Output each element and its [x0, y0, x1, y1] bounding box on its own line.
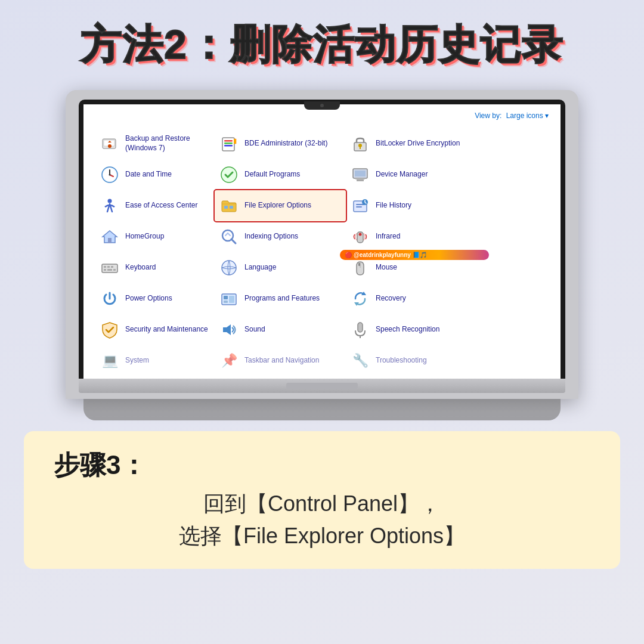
cp-item-homegroup[interactable]: HomeGroup	[95, 221, 215, 252]
step-detail: 回到【Control Panel】， 选择【File Explorer Opti…	[54, 488, 590, 552]
datetime-icon	[99, 164, 120, 185]
svg-rect-25	[108, 238, 112, 243]
cp-item-language[interactable]: Language	[215, 252, 346, 283]
cp-item-speech[interactable]: Speech Recognition	[346, 314, 477, 345]
svg-rect-33	[111, 266, 113, 268]
sound-icon	[218, 319, 240, 340]
laptop-foot	[83, 399, 561, 420]
cp-item-file-history[interactable]: File History	[346, 190, 477, 221]
recovery-label: Recovery	[376, 294, 406, 304]
cp-item-keyboard[interactable]: Keyboard	[95, 252, 215, 283]
svg-rect-18	[357, 179, 364, 181]
cp-item-security[interactable]: Security and Maintenance	[95, 314, 215, 345]
taskbar-label: Taskbar and Navigation	[244, 356, 319, 366]
svg-rect-22	[230, 206, 233, 209]
datetime-label: Date and Time	[125, 170, 172, 179]
laptop-container: View by: Large icons ▾ Backup and Restor…	[66, 90, 578, 420]
svg-point-37	[222, 261, 236, 275]
default-label: Default Programs	[244, 170, 300, 179]
svg-point-29	[359, 233, 362, 236]
laptop-camera	[304, 101, 340, 110]
cp-grid: Backup and Restore(Windows 7) BDE Admini…	[95, 128, 549, 376]
programs-icon	[218, 288, 240, 309]
svg-rect-21	[224, 206, 228, 209]
homegroup-icon	[99, 226, 120, 247]
mouse-icon	[349, 257, 371, 278]
laptop-screen-frame: View by: Large icons ▾ Backup and Restor…	[79, 100, 565, 379]
backup-label: Backup and Restore(Windows 7)	[125, 134, 190, 153]
programs-label: Programs and Features	[244, 294, 320, 304]
svg-rect-6	[224, 145, 233, 147]
svg-rect-19	[355, 178, 365, 179]
homegroup-label: HomeGroup	[125, 232, 164, 242]
cp-item-trouble[interactable]: 🔧 Troubleshooting	[346, 345, 477, 376]
cp-item-default[interactable]: Default Programs	[215, 159, 346, 190]
laptop-base	[79, 379, 565, 393]
security-label: Security and Maintenance	[125, 325, 208, 335]
svg-point-14	[109, 174, 111, 176]
svg-rect-43	[229, 296, 234, 303]
cp-item-recovery[interactable]: Recovery	[346, 283, 477, 314]
security-icon	[99, 319, 120, 340]
cp-item-power[interactable]: Power Options	[95, 283, 215, 314]
file-history-icon	[349, 195, 371, 216]
cp-item-sound[interactable]: Sound	[215, 314, 346, 345]
cp-item-backup[interactable]: Backup and Restore(Windows 7)	[95, 128, 215, 159]
step-label: 步骤3：	[54, 448, 590, 483]
taskbar-icon: 📌	[218, 350, 240, 371]
device-manager-icon	[349, 164, 371, 185]
watermark-icon: 🔴	[345, 252, 352, 258]
step-line1: 回到【Control Panel】，	[203, 491, 441, 516]
sound-label: Sound	[244, 325, 265, 335]
viewby-bar: View by: Large icons ▾	[95, 112, 549, 120]
cp-item-indexing[interactable]: Indexing Options	[215, 221, 346, 252]
cp-item-device[interactable]: Device Manager	[346, 159, 477, 190]
svg-rect-9	[360, 146, 361, 149]
watermark-social: 📘🎵	[413, 252, 427, 258]
title-bar: 方法2：删除活动历史记录	[24, 18, 620, 72]
bitlocker-icon	[349, 133, 371, 154]
file-history-label: File History	[376, 201, 411, 210]
cp-item-taskbar[interactable]: 📌 Taskbar and Navigation	[215, 345, 346, 376]
viewby-value[interactable]: Large icons ▾	[506, 112, 549, 120]
page-wrapper: 方法2：删除活动历史记录 View by: Large icons ▾	[0, 0, 644, 644]
bde-icon	[218, 133, 240, 154]
instruction-box: 步骤3： 回到【Control Panel】， 选择【File Explorer…	[24, 431, 620, 569]
cp-item-ease[interactable]: Ease of Access Center	[95, 190, 215, 221]
svg-rect-34	[104, 269, 106, 271]
svg-rect-35	[107, 269, 112, 271]
cp-item-bitlocker[interactable]: BitLocker Drive Encryption	[346, 128, 477, 159]
cp-item-mouse[interactable]: 🔴 @eatdrinkplayfunny 📘🎵 Mouse	[346, 252, 477, 283]
indexing-icon	[218, 226, 240, 247]
trouble-label: Troubleshooting	[376, 356, 427, 366]
mouse-label: Mouse	[376, 263, 397, 273]
cp-item-system[interactable]: 💻 System	[95, 345, 215, 376]
power-label: Power Options	[125, 294, 172, 304]
language-label: Language	[244, 263, 276, 273]
camera-dot	[320, 104, 324, 107]
file-explorer-label: File Explorer Options	[244, 201, 311, 210]
default-programs-icon	[218, 164, 240, 185]
svg-rect-39	[358, 263, 360, 266]
control-panel-content: View by: Large icons ▾ Backup and Restor…	[83, 104, 561, 379]
speech-label: Speech Recognition	[376, 325, 439, 335]
svg-rect-42	[224, 301, 228, 303]
trouble-icon: 🔧	[349, 350, 371, 371]
power-icon	[99, 288, 120, 309]
cp-item-bde[interactable]: BDE Administrator (32-bit)	[215, 128, 346, 159]
trackpad	[286, 383, 358, 389]
system-label: System	[125, 356, 149, 366]
system-icon: 💻	[99, 350, 120, 371]
svg-rect-4	[224, 140, 233, 142]
recovery-icon	[349, 288, 371, 309]
page-title: 方法2：删除活动历史记录	[80, 21, 564, 67]
cp-item-infrared[interactable]: Infrared	[346, 221, 477, 252]
speech-icon	[349, 319, 371, 340]
svg-point-20	[108, 199, 112, 203]
svg-rect-31	[104, 266, 106, 268]
laptop-body: View by: Large icons ▾ Backup and Restor…	[66, 90, 578, 399]
cp-item-datetime[interactable]: Date and Time	[95, 159, 215, 190]
cp-item-programs[interactable]: Programs and Features	[215, 283, 346, 314]
cp-item-file-explorer[interactable]: File Explorer Options	[215, 190, 346, 221]
step-line2: 选择【File Explorer Options】	[179, 524, 465, 548]
